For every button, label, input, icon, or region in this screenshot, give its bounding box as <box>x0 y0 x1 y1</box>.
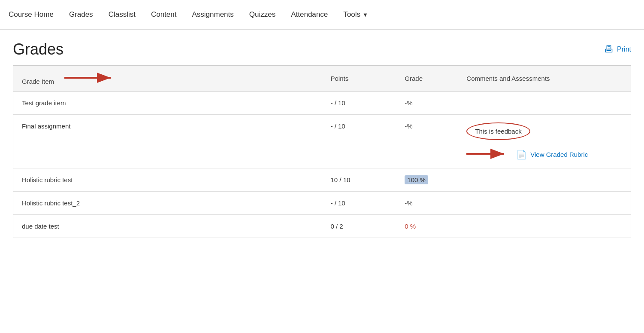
nav-attendance[interactable]: Attendance <box>291 10 328 19</box>
nav-course-home[interactable]: Course Home <box>9 10 54 19</box>
nav-grades[interactable]: Grades <box>69 10 93 19</box>
top-navigation: Course Home Grades Classlist Content Ass… <box>0 0 644 30</box>
annotation-arrow-rubric <box>466 149 509 160</box>
table-row-holistic-2: Holistic rubric test_2 - / 10 -% <box>13 192 631 215</box>
grades-container: Grade Item Points <box>0 65 644 238</box>
nav-assignments[interactable]: Assignments <box>192 10 233 19</box>
grade-item-name: Final assignment <box>13 115 322 168</box>
grade-item-name: Holistic rubric test_2 <box>13 192 322 215</box>
nav-quizzes[interactable]: Quizzes <box>249 10 275 19</box>
rubric-icon: 📄 <box>516 150 527 160</box>
grade-item-name: Test grade item <box>13 92 322 115</box>
grade-value: 100 % <box>396 168 458 192</box>
grades-table: Grade Item Points <box>13 65 631 238</box>
page-title: Grades <box>13 40 63 58</box>
grade-points: - / 10 <box>322 115 396 168</box>
grade-item-name: due date test <box>13 215 322 238</box>
grade-comments <box>458 215 631 238</box>
grade-value: -% <box>396 192 458 215</box>
print-button[interactable]: 🖶 Print <box>604 44 631 55</box>
chevron-down-icon: ▼ <box>363 12 368 18</box>
table-header-row: Grade Item Points <box>13 66 631 92</box>
grade-value: -% <box>396 92 458 115</box>
nav-classlist[interactable]: Classlist <box>109 10 136 19</box>
header-grade: Grade <box>396 66 458 92</box>
print-label: Print <box>617 46 631 53</box>
table-row: Test grade item - / 10 -% <box>13 92 631 115</box>
header-grade-item: Grade Item <box>13 66 322 92</box>
rubric-link-area: 📄 View Graded Rubric <box>466 149 622 160</box>
feedback-text: This is feedback <box>466 122 530 140</box>
table-row-final-assignment: Final assignment - / 10 -% This is feedb… <box>13 115 631 168</box>
feedback-oval: This is feedback <box>466 122 622 144</box>
tools-label: Tools <box>343 10 360 19</box>
grade-points: 0 / 2 <box>322 215 396 238</box>
grade-points: - / 10 <box>322 92 396 115</box>
red-arrow-svg <box>64 72 116 84</box>
grade-value: -% <box>396 115 458 168</box>
grade-comments <box>458 168 631 192</box>
annotation-arrow-header <box>64 72 116 85</box>
nav-tools[interactable]: Tools ▼ <box>343 10 368 19</box>
grade-highlight-badge: 100 % <box>405 175 428 184</box>
table-row-due-date-test: due date test 0 / 2 0 % <box>13 215 631 238</box>
grade-points: - / 10 <box>322 192 396 215</box>
grade-comments <box>458 192 631 215</box>
table-row-holistic: Holistic rubric test 10 / 10 100 % <box>13 168 631 192</box>
view-graded-rubric-link[interactable]: View Graded Rubric <box>530 151 588 158</box>
feedback-cell: This is feedback <box>458 115 631 168</box>
grade-item-name: Holistic rubric test <box>13 168 322 192</box>
grade-points: 10 / 10 <box>322 168 396 192</box>
grade-value: 0 % <box>396 215 458 238</box>
printer-icon: 🖶 <box>604 44 614 55</box>
grade-comments <box>458 92 631 115</box>
nav-content[interactable]: Content <box>151 10 177 19</box>
page-header: Grades 🖶 Print <box>0 30 644 65</box>
header-comments: Comments and Assessments <box>458 66 631 92</box>
header-points: Points <box>322 66 396 92</box>
grade-zero-value: 0 % <box>405 223 416 230</box>
